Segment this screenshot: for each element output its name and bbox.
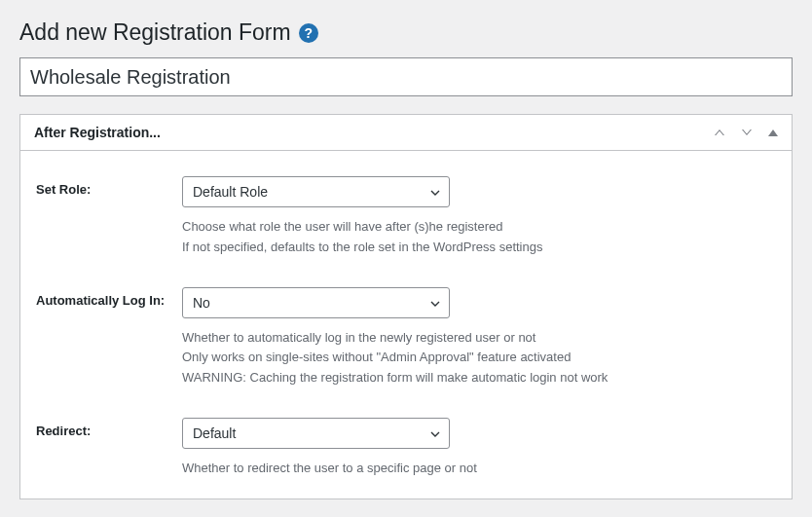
after-registration-panel: After Registration... Set Role: — [19, 114, 793, 499]
auto-login-control: Whether to automatically log in the newl… — [182, 287, 776, 388]
help-icon[interactable]: ? — [299, 23, 318, 43]
page-header: Add new Registration Form ? — [19, 19, 793, 46]
help-text: Choose what role the user will have afte… — [182, 217, 776, 238]
auto-login-select-wrap — [182, 287, 450, 318]
form-title-input[interactable] — [19, 57, 793, 96]
set-role-help: Choose what role the user will have afte… — [182, 217, 776, 258]
help-text: WARNING: Caching the registration form w… — [182, 368, 776, 388]
help-text: If not specified, defaults to the role s… — [182, 238, 776, 258]
move-down-icon[interactable] — [741, 127, 753, 138]
field-redirect: Redirect: Whether to redirect the user t… — [36, 418, 776, 479]
help-text: Only works on single-sites without "Admi… — [182, 348, 776, 368]
auto-login-help: Whether to automatically log in the newl… — [182, 328, 776, 388]
set-role-label: Set Role: — [36, 176, 182, 197]
auto-login-label: Automatically Log In: — [36, 287, 182, 308]
redirect-control: Whether to redirect the user to a specif… — [182, 418, 776, 479]
set-role-select-wrap — [182, 176, 450, 207]
panel-header[interactable]: After Registration... — [20, 115, 792, 151]
panel-title: After Registration... — [34, 125, 161, 140]
redirect-select[interactable] — [182, 418, 450, 449]
set-role-control: Choose what role the user will have afte… — [182, 176, 776, 258]
field-auto-login: Automatically Log In: Whether to automat… — [36, 287, 776, 388]
redirect-select-wrap — [182, 418, 450, 449]
field-set-role: Set Role: Choose what role the user will… — [36, 176, 776, 258]
set-role-select[interactable] — [182, 176, 450, 207]
redirect-help: Whether to redirect the user to a specif… — [182, 459, 776, 479]
move-up-icon[interactable] — [714, 127, 725, 138]
redirect-label: Redirect: — [36, 418, 182, 438]
help-text: Whether to automatically log in the newl… — [182, 328, 776, 349]
panel-body: Set Role: Choose what role the user will… — [20, 151, 792, 499]
page-title: Add new Registration Form — [19, 19, 291, 46]
help-text: Whether to redirect the user to a specif… — [182, 459, 776, 479]
auto-login-select[interactable] — [182, 287, 450, 318]
collapse-icon[interactable] — [768, 127, 778, 138]
panel-controls — [714, 127, 778, 138]
